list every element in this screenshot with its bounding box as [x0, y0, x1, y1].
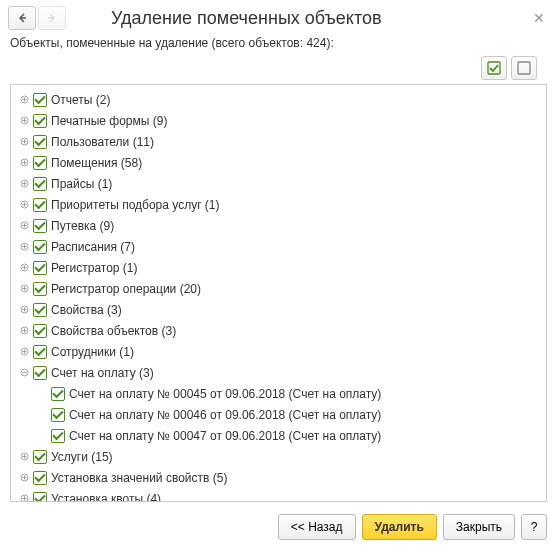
- checkbox[interactable]: [51, 387, 65, 401]
- checkbox[interactable]: [33, 366, 47, 380]
- tree-row[interactable]: Счет на оплату № 00046 от 09.06.2018 (Сч…: [13, 404, 544, 425]
- tree-row-label: Приоритеты подбора услуг (1): [51, 198, 220, 212]
- checkbox[interactable]: [33, 303, 47, 317]
- expand-icon[interactable]: [17, 93, 31, 107]
- tree-row-label: Пользователи (11): [51, 135, 154, 149]
- tree-row-label: Счет на оплату № 00047 от 09.06.2018 (Сч…: [69, 429, 381, 443]
- checkbox[interactable]: [33, 324, 47, 338]
- expand-icon[interactable]: [17, 240, 31, 254]
- close-button[interactable]: Закрыть: [443, 514, 515, 540]
- subtitle-label: Объекты, помеченные на удаление (всего о…: [0, 34, 557, 56]
- svg-rect-2: [488, 62, 500, 74]
- tree-container: Отчеты (2)Печатные формы (9)Пользователи…: [10, 84, 547, 502]
- tree-row-label: Свойства (3): [51, 303, 122, 317]
- checkbox[interactable]: [51, 429, 65, 443]
- expand-icon[interactable]: [17, 303, 31, 317]
- expand-icon[interactable]: [17, 135, 31, 149]
- tree-row[interactable]: Сотрудники (1): [13, 341, 544, 362]
- tree-row[interactable]: Помещения (58): [13, 152, 544, 173]
- tree-row-label: Регистратор операции (20): [51, 282, 201, 296]
- checkbox[interactable]: [33, 198, 47, 212]
- tree-row-label: Отчеты (2): [51, 93, 110, 107]
- tree-row[interactable]: Прайсы (1): [13, 173, 544, 194]
- tree-row[interactable]: Расписания (7): [13, 236, 544, 257]
- tree-row[interactable]: Установка значений свойств (5): [13, 467, 544, 488]
- tree-row-label: Расписания (7): [51, 240, 135, 254]
- tree-row[interactable]: Услуги (15): [13, 446, 544, 467]
- expand-icon[interactable]: [17, 282, 31, 296]
- checkbox[interactable]: [33, 450, 47, 464]
- back-button[interactable]: << Назад: [278, 514, 356, 540]
- checkbox[interactable]: [33, 135, 47, 149]
- uncheck-all-icon: [516, 60, 532, 76]
- tree-row-label: Установка значений свойств (5): [51, 471, 227, 485]
- tree-row-label: Услуги (15): [51, 450, 113, 464]
- tree-row[interactable]: Регистратор операции (20): [13, 278, 544, 299]
- tree-row[interactable]: Пользователи (11): [13, 131, 544, 152]
- tree-row-label: Печатные формы (9): [51, 114, 167, 128]
- checkbox[interactable]: [33, 219, 47, 233]
- delete-button[interactable]: Удалить: [362, 514, 437, 540]
- expand-icon[interactable]: [17, 450, 31, 464]
- arrow-right-icon: [47, 13, 57, 23]
- expand-icon[interactable]: [17, 261, 31, 275]
- checkbox[interactable]: [33, 492, 47, 502]
- checkbox[interactable]: [33, 282, 47, 296]
- checkbox[interactable]: [33, 156, 47, 170]
- checkbox[interactable]: [51, 408, 65, 422]
- uncheck-all-button[interactable]: [511, 56, 537, 80]
- tree-row-label: Счет на оплату (3): [51, 366, 154, 380]
- checkbox[interactable]: [33, 471, 47, 485]
- tree-row[interactable]: Путевка (9): [13, 215, 544, 236]
- expand-icon[interactable]: [17, 114, 31, 128]
- tree-row-label: Свойства объектов (3): [51, 324, 176, 338]
- tree-row[interactable]: Установка квоты (4): [13, 488, 544, 501]
- expand-icon[interactable]: [17, 492, 31, 502]
- expand-icon[interactable]: [17, 177, 31, 191]
- expand-icon[interactable]: [17, 219, 31, 233]
- tree-row-label: Прайсы (1): [51, 177, 112, 191]
- tree-row[interactable]: Отчеты (2): [13, 89, 544, 110]
- tree-row[interactable]: Счет на оплату (3): [13, 362, 544, 383]
- tree-row[interactable]: Счет на оплату № 00045 от 09.06.2018 (Сч…: [13, 383, 544, 404]
- checkbox[interactable]: [33, 345, 47, 359]
- tree-row[interactable]: Свойства объектов (3): [13, 320, 544, 341]
- svg-rect-3: [518, 62, 530, 74]
- expand-icon[interactable]: [17, 471, 31, 485]
- checkbox[interactable]: [33, 177, 47, 191]
- check-all-button[interactable]: [481, 56, 507, 80]
- tree-row[interactable]: Регистратор (1): [13, 257, 544, 278]
- expand-icon[interactable]: [17, 324, 31, 338]
- close-icon[interactable]: ✕: [529, 10, 549, 26]
- expand-icon[interactable]: [17, 345, 31, 359]
- tree-scroll[interactable]: Отчеты (2)Печатные формы (9)Пользователи…: [11, 85, 546, 501]
- expand-icon[interactable]: [17, 156, 31, 170]
- tree-row-label: Путевка (9): [51, 219, 114, 233]
- tree-row-label: Установка квоты (4): [51, 492, 161, 502]
- tree-row-label: Помещения (58): [51, 156, 142, 170]
- collapse-icon[interactable]: [17, 366, 31, 380]
- tree-row[interactable]: Свойства (3): [13, 299, 544, 320]
- nav-back-button[interactable]: [8, 6, 36, 30]
- checkbox[interactable]: [33, 114, 47, 128]
- tree-row-label: Счет на оплату № 00045 от 09.06.2018 (Сч…: [69, 387, 381, 401]
- tree-row-label: Счет на оплату № 00046 от 09.06.2018 (Сч…: [69, 408, 381, 422]
- expand-icon[interactable]: [17, 198, 31, 212]
- arrow-left-icon: [17, 13, 27, 23]
- help-button[interactable]: ?: [521, 514, 547, 540]
- checkbox[interactable]: [33, 240, 47, 254]
- checkbox[interactable]: [33, 261, 47, 275]
- tree-row[interactable]: Приоритеты подбора услуг (1): [13, 194, 544, 215]
- nav-forward-button: [38, 6, 66, 30]
- checkbox[interactable]: [33, 93, 47, 107]
- tree-row[interactable]: Счет на оплату № 00047 от 09.06.2018 (Сч…: [13, 425, 544, 446]
- tree-row-label: Регистратор (1): [51, 261, 138, 275]
- check-all-icon: [486, 60, 502, 76]
- tree-row-label: Сотрудники (1): [51, 345, 134, 359]
- page-title: Удаление помеченных объектов: [81, 8, 529, 29]
- tree-row[interactable]: Печатные формы (9): [13, 110, 544, 131]
